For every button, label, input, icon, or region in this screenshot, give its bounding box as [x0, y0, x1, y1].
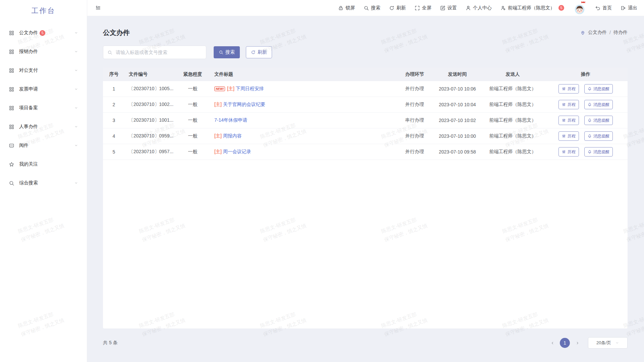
profile-button[interactable]: 个人中心 [466, 5, 492, 11]
pagination-prev-button[interactable] [548, 338, 557, 348]
bell-icon [588, 150, 592, 154]
current-user-button[interactable]: 前端工程师（陈思文） 5 [500, 5, 564, 11]
sidebar-item-label: 对公支付 [19, 67, 38, 73]
sidebar-item-official-docs[interactable]: 公文办件 5 [0, 23, 87, 42]
doc-title-link[interactable]: 关于官网的会议纪要 [223, 102, 265, 108]
sidebar-item-global-search[interactable]: 综合搜索 [0, 174, 87, 192]
user-icon [466, 5, 471, 11]
table-row: 5 〔20230710〕0957... 一般 NEW! [主] 周一会议记录 并… [103, 144, 628, 160]
logout-label: 退出 [628, 5, 637, 11]
cell-index: 2 [103, 102, 125, 107]
search-button[interactable]: 搜索 [364, 5, 380, 11]
sidebar-item-my-follows[interactable]: 我的关注 [0, 155, 87, 174]
doc-title-link[interactable]: 下周日程安排 [236, 86, 264, 92]
pagination-next-button[interactable] [573, 338, 582, 348]
col-header: 紧急程度 [175, 71, 210, 77]
current-user-label: 前端工程师（陈思文） [508, 5, 555, 11]
history-button[interactable]: 历程 [558, 84, 579, 94]
bell-icon [588, 118, 592, 122]
search-box [103, 46, 206, 59]
page-size-value: 20条/页 [596, 340, 611, 346]
chevron-down-icon [74, 68, 78, 72]
history-button[interactable]: 历程 [558, 131, 579, 141]
search-input[interactable] [115, 49, 202, 55]
lock-screen-button[interactable]: 锁屏 [338, 5, 355, 11]
pagination: 1 20条/页 [548, 337, 628, 349]
col-header: 文件标题 [210, 71, 396, 77]
breadcrumb-section[interactable]: 公文办件 [588, 29, 607, 36]
lock-icon [338, 5, 343, 11]
search-button-label: 搜索 [225, 49, 235, 55]
settings-button[interactable]: 设置 [440, 5, 457, 11]
sidebar-item-hr-affairs[interactable]: 人事办件 [0, 117, 87, 136]
total-count: 共 5 条 [103, 340, 118, 346]
refresh-button[interactable]: 刷新 [389, 5, 406, 11]
cell-actions: 历程 消息提醒 [544, 100, 628, 109]
sidebar-item-label: 人事办件 [19, 124, 38, 130]
app-root: 工作台 公文办件 5 报销办件 对公 [0, 0, 644, 362]
user-avatar[interactable] [573, 1, 586, 15]
chevron-down-icon [74, 181, 78, 185]
sidebar-item-invoice-request[interactable]: 发票申请 [0, 80, 87, 99]
search-icon [219, 50, 223, 55]
cell-sender: 前端工程师（陈思文） [482, 86, 544, 92]
sidebar-item-reimbursement[interactable]: 报销办件 [0, 42, 87, 61]
sidebar-item-badge: 5 [40, 30, 45, 36]
sidebar-item-corporate-payment[interactable]: 对公支付 [0, 61, 87, 80]
sidebar-item-icon [9, 124, 14, 130]
home-button[interactable]: 首页 [595, 5, 612, 11]
history-button[interactable]: 历程 [558, 116, 579, 125]
sidebar-item-project-filing[interactable]: 项目备案 [0, 99, 87, 117]
table-footer: 共 5 条 1 20条/页 [103, 337, 628, 349]
sidebar-item-icon [9, 86, 14, 92]
fullscreen-icon [415, 5, 420, 11]
notify-button[interactable]: 消息提醒 [584, 147, 613, 157]
sidebar-item-read-docs[interactable]: 阅件 [0, 136, 87, 155]
chevron-down-icon [74, 106, 78, 110]
cell-index: 4 [103, 133, 125, 139]
search-button[interactable]: 搜索 [214, 46, 240, 58]
fullscreen-button[interactable]: 全屏 [415, 5, 431, 11]
notify-button[interactable]: 消息提醒 [584, 84, 613, 94]
pagination-current-page[interactable]: 1 [560, 338, 570, 348]
logout-button[interactable]: 退出 [621, 5, 637, 11]
page-size-select[interactable]: 20条/页 [588, 337, 628, 349]
doc-title-link[interactable]: 周一会议记录 [223, 149, 251, 155]
bell-icon [588, 103, 592, 107]
sliders-icon [562, 134, 566, 138]
sidebar: 工作台 公文办件 5 报销办件 对公 [0, 0, 87, 362]
location-pin-icon [580, 30, 585, 35]
sidebar-item-icon [9, 30, 14, 36]
sidebar-item-label: 报销办件 [19, 49, 38, 55]
table-row: 3 〔20230710〕1001... 一般 NEW! 7-14年休假申请 串行… [103, 113, 628, 128]
cell-title: NEW! [主] 周一会议记录 [210, 149, 396, 155]
cell-index: 5 [103, 149, 125, 155]
doc-title-link[interactable]: 周报内容 [223, 133, 242, 139]
cell-doc-number: 〔20230710〕1002... [125, 102, 175, 108]
cell-step: 并行办理 [396, 149, 433, 155]
history-button[interactable]: 历程 [558, 100, 579, 109]
topbar-action-label: 全屏 [422, 5, 431, 11]
sidebar-item-label: 发票申请 [19, 86, 38, 92]
doc-tag: [主] [214, 149, 222, 155]
topbar-actions: 锁屏 搜索 刷新 [338, 5, 492, 11]
table-row: 2 〔20230710〕1002... 一般 NEW! [主] 关于官网的会议纪… [103, 97, 628, 113]
refresh-icon [389, 5, 394, 11]
notify-button[interactable]: 消息提醒 [584, 100, 613, 109]
sidebar-item-icon [9, 180, 14, 186]
notify-button[interactable]: 消息提醒 [584, 131, 613, 141]
notify-button[interactable]: 消息提醒 [584, 116, 613, 125]
doc-title-link[interactable]: 7-14年休假申请 [214, 117, 247, 123]
col-header: 序号 [103, 71, 125, 77]
sidebar-item-label: 阅件 [19, 142, 29, 148]
bell-icon [588, 134, 592, 138]
sidebar-menu: 公文办件 5 报销办件 对公支付 [0, 21, 87, 192]
menu-fold-icon[interactable] [95, 5, 101, 11]
sidebar-item-icon [9, 105, 14, 111]
refresh-button[interactable]: 刷新 [246, 46, 272, 58]
cell-title: NEW! 7-14年休假申请 [210, 117, 396, 123]
cell-actions: 历程 消息提醒 [544, 131, 628, 141]
history-button[interactable]: 历程 [558, 147, 579, 157]
table-row: 1 〔20230710〕1005... 一般 NEW! [主] 下周日程安排 并… [103, 81, 628, 97]
cell-urgency: 一般 [175, 102, 210, 108]
